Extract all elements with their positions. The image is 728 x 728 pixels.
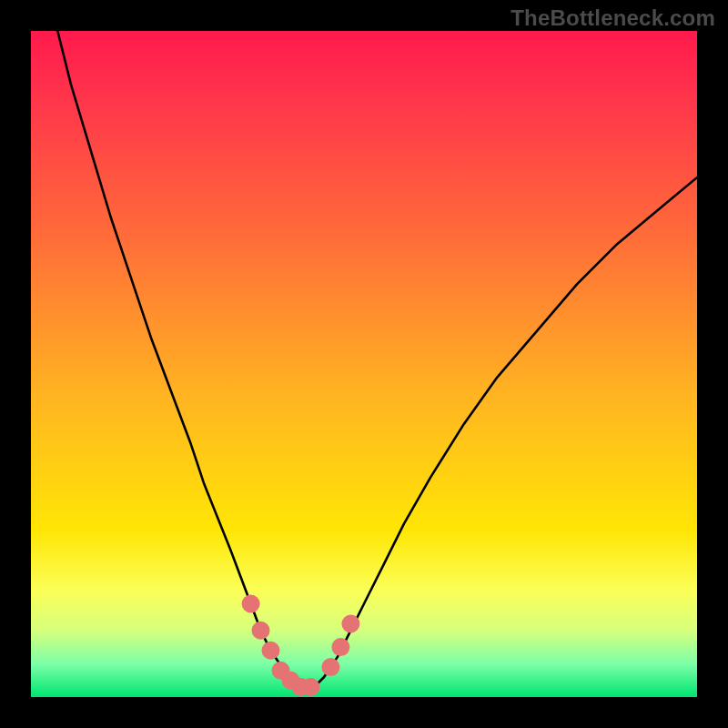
marker-dot (331, 638, 349, 656)
marker-dot (252, 622, 270, 640)
marker-dot (242, 595, 260, 613)
marker-dot (301, 678, 319, 696)
chart-svg (31, 31, 697, 697)
bottleneck-curve (57, 31, 697, 689)
chart-frame: TheBottleneck.com (0, 0, 728, 728)
watermark-text: TheBottleneck.com (511, 5, 715, 31)
bottom-dots (242, 595, 360, 697)
marker-dot (341, 615, 359, 633)
plot-area (31, 31, 697, 697)
marker-dot (262, 642, 280, 660)
marker-dot (321, 658, 339, 676)
